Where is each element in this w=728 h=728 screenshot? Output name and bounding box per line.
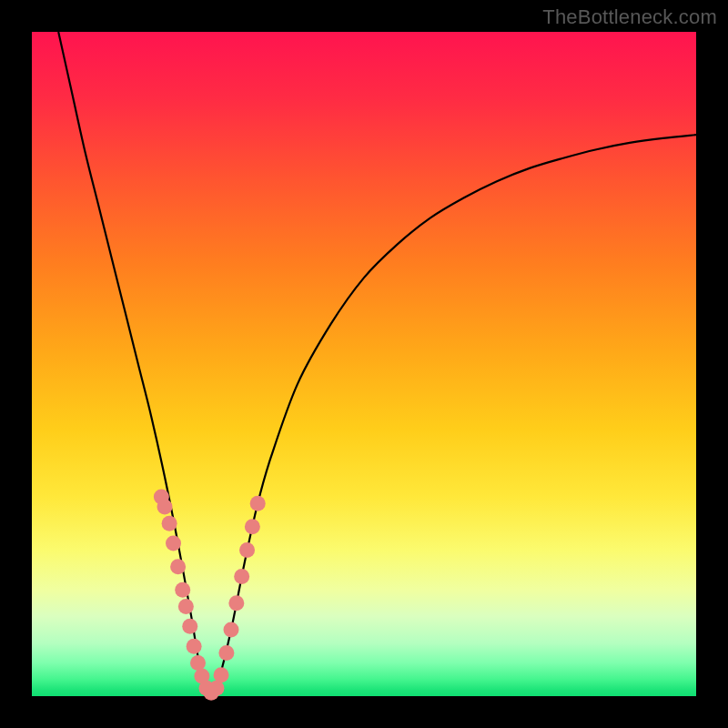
marker-dot xyxy=(245,519,260,534)
marker-dot xyxy=(175,582,190,598)
marker-dot xyxy=(214,667,229,682)
marker-dot xyxy=(239,542,255,558)
plot-area xyxy=(32,32,696,696)
marker-cluster xyxy=(154,490,266,701)
marker-dot xyxy=(182,619,197,634)
marker-dot xyxy=(157,499,173,514)
marker-dot xyxy=(187,639,202,654)
marker-dot xyxy=(234,569,249,584)
marker-dot xyxy=(178,599,194,614)
bottleneck-curve xyxy=(58,32,696,693)
watermark-text: TheBottleneck.com xyxy=(542,5,717,29)
marker-dot xyxy=(190,655,206,671)
marker-dot xyxy=(228,595,244,611)
marker-dot xyxy=(208,681,224,696)
marker-dot xyxy=(218,645,234,661)
chart-frame: TheBottleneck.com xyxy=(0,0,728,728)
marker-dot xyxy=(224,622,239,638)
marker-dot xyxy=(170,559,186,574)
marker-dot xyxy=(162,516,177,531)
marker-dot xyxy=(250,496,266,511)
marker-dot xyxy=(166,536,181,551)
chart-svg xyxy=(32,32,696,696)
